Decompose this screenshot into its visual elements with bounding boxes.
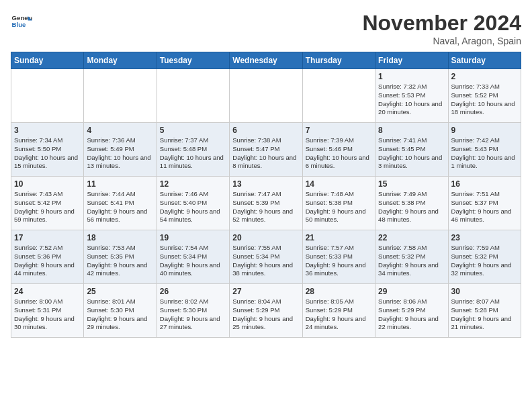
day-number: 20 bbox=[232, 233, 299, 242]
calendar-day-21: 21Sunrise: 7:57 AM Sunset: 5:33 PM Dayli… bbox=[302, 230, 375, 284]
day-number: 7 bbox=[306, 126, 372, 135]
day-number: 10 bbox=[14, 179, 81, 189]
calendar-day-13: 13Sunrise: 7:47 AM Sunset: 5:39 PM Dayli… bbox=[230, 177, 302, 230]
svg-text:Blue: Blue bbox=[12, 21, 26, 28]
day-info: Sunrise: 8:01 AM Sunset: 5:30 PM Dayligh… bbox=[87, 298, 153, 332]
day-info: Sunrise: 7:41 AM Sunset: 5:45 PM Dayligh… bbox=[378, 136, 445, 171]
calendar-day-8: 8Sunrise: 7:41 AM Sunset: 5:45 PM Daylig… bbox=[375, 123, 448, 177]
day-number: 11 bbox=[87, 179, 153, 189]
calendar-day-25: 25Sunrise: 8:01 AM Sunset: 5:30 PM Dayli… bbox=[84, 284, 157, 338]
calendar-day-10: 10Sunrise: 7:43 AM Sunset: 5:42 PM Dayli… bbox=[11, 177, 84, 230]
day-info: Sunrise: 7:49 AM Sunset: 5:38 PM Dayligh… bbox=[378, 190, 445, 224]
calendar-week-row: 10Sunrise: 7:43 AM Sunset: 5:42 PM Dayli… bbox=[11, 177, 521, 230]
day-number: 22 bbox=[378, 233, 445, 242]
day-info: Sunrise: 7:44 AM Sunset: 5:41 PM Dayligh… bbox=[87, 190, 153, 224]
page-header: General Blue November 2024 Naval, Aragon… bbox=[11, 11, 521, 46]
day-info: Sunrise: 7:51 AM Sunset: 5:37 PM Dayligh… bbox=[451, 190, 518, 224]
col-header-tuesday: Tuesday bbox=[157, 52, 229, 69]
day-number: 6 bbox=[232, 126, 299, 135]
day-info: Sunrise: 7:37 AM Sunset: 5:48 PM Dayligh… bbox=[160, 136, 226, 171]
calendar-week-row: 3Sunrise: 7:34 AM Sunset: 5:50 PM Daylig… bbox=[11, 123, 521, 177]
calendar-day-24: 24Sunrise: 8:00 AM Sunset: 5:31 PM Dayli… bbox=[11, 284, 84, 338]
calendar-day-23: 23Sunrise: 7:59 AM Sunset: 5:32 PM Dayli… bbox=[448, 230, 521, 284]
day-number: 24 bbox=[14, 287, 81, 296]
calendar-day-20: 20Sunrise: 7:55 AM Sunset: 5:34 PM Dayli… bbox=[230, 230, 302, 284]
day-info: Sunrise: 8:05 AM Sunset: 5:29 PM Dayligh… bbox=[306, 298, 372, 332]
calendar-day-19: 19Sunrise: 7:54 AM Sunset: 5:34 PM Dayli… bbox=[157, 230, 229, 284]
calendar-empty-cell bbox=[302, 69, 375, 123]
calendar-day-17: 17Sunrise: 7:52 AM Sunset: 5:36 PM Dayli… bbox=[11, 230, 84, 284]
calendar-day-18: 18Sunrise: 7:53 AM Sunset: 5:35 PM Dayli… bbox=[84, 230, 157, 284]
month-year-title: November 2024 bbox=[362, 11, 521, 36]
day-info: Sunrise: 7:59 AM Sunset: 5:32 PM Dayligh… bbox=[451, 244, 518, 278]
title-block: November 2024 Naval, Aragon, Spain bbox=[362, 11, 521, 46]
calendar-week-row: 1Sunrise: 7:32 AM Sunset: 5:53 PM Daylig… bbox=[11, 69, 521, 123]
day-number: 26 bbox=[160, 287, 226, 296]
calendar-day-22: 22Sunrise: 7:58 AM Sunset: 5:32 PM Dayli… bbox=[375, 230, 448, 284]
col-header-wednesday: Wednesday bbox=[230, 52, 302, 69]
calendar-day-1: 1Sunrise: 7:32 AM Sunset: 5:53 PM Daylig… bbox=[375, 69, 448, 123]
calendar-empty-cell bbox=[11, 69, 84, 123]
day-number: 27 bbox=[232, 287, 299, 296]
day-number: 13 bbox=[232, 179, 299, 189]
calendar-table: SundayMondayTuesdayWednesdayThursdayFrid… bbox=[11, 52, 521, 338]
day-info: Sunrise: 7:39 AM Sunset: 5:46 PM Dayligh… bbox=[306, 136, 372, 171]
calendar-day-4: 4Sunrise: 7:36 AM Sunset: 5:49 PM Daylig… bbox=[84, 123, 157, 177]
day-info: Sunrise: 8:06 AM Sunset: 5:29 PM Dayligh… bbox=[378, 298, 445, 332]
day-info: Sunrise: 8:04 AM Sunset: 5:29 PM Dayligh… bbox=[232, 298, 299, 332]
calendar-empty-cell bbox=[157, 69, 229, 123]
logo-icon: General Blue bbox=[11, 11, 32, 32]
day-info: Sunrise: 7:53 AM Sunset: 5:35 PM Dayligh… bbox=[87, 244, 153, 278]
day-number: 17 bbox=[14, 233, 81, 242]
location-subtitle: Naval, Aragon, Spain bbox=[362, 36, 521, 46]
day-number: 29 bbox=[378, 287, 445, 296]
day-info: Sunrise: 7:52 AM Sunset: 5:36 PM Dayligh… bbox=[14, 244, 81, 278]
calendar-day-14: 14Sunrise: 7:48 AM Sunset: 5:38 PM Dayli… bbox=[302, 177, 375, 230]
day-info: Sunrise: 8:00 AM Sunset: 5:31 PM Dayligh… bbox=[14, 298, 81, 332]
calendar-day-3: 3Sunrise: 7:34 AM Sunset: 5:50 PM Daylig… bbox=[11, 123, 84, 177]
calendar-day-30: 30Sunrise: 8:07 AM Sunset: 5:28 PM Dayli… bbox=[448, 284, 521, 338]
calendar-day-28: 28Sunrise: 8:05 AM Sunset: 5:29 PM Dayli… bbox=[302, 284, 375, 338]
day-number: 4 bbox=[87, 126, 153, 135]
day-number: 3 bbox=[14, 126, 81, 135]
day-number: 14 bbox=[306, 179, 372, 189]
calendar-day-12: 12Sunrise: 7:46 AM Sunset: 5:40 PM Dayli… bbox=[157, 177, 229, 230]
day-number: 9 bbox=[451, 126, 518, 135]
col-header-thursday: Thursday bbox=[302, 52, 375, 69]
day-number: 15 bbox=[378, 179, 445, 189]
calendar-day-7: 7Sunrise: 7:39 AM Sunset: 5:46 PM Daylig… bbox=[302, 123, 375, 177]
day-number: 19 bbox=[160, 233, 226, 242]
day-number: 21 bbox=[306, 233, 372, 242]
day-info: Sunrise: 7:34 AM Sunset: 5:50 PM Dayligh… bbox=[14, 136, 81, 171]
calendar-empty-cell bbox=[230, 69, 302, 123]
day-info: Sunrise: 7:46 AM Sunset: 5:40 PM Dayligh… bbox=[160, 190, 226, 224]
day-info: Sunrise: 7:36 AM Sunset: 5:49 PM Dayligh… bbox=[87, 136, 153, 171]
day-number: 23 bbox=[451, 233, 518, 242]
day-info: Sunrise: 7:57 AM Sunset: 5:33 PM Dayligh… bbox=[306, 244, 372, 278]
day-number: 12 bbox=[160, 179, 226, 189]
calendar-day-2: 2Sunrise: 7:33 AM Sunset: 5:52 PM Daylig… bbox=[448, 69, 521, 123]
day-info: Sunrise: 7:32 AM Sunset: 5:53 PM Dayligh… bbox=[378, 83, 445, 117]
calendar-empty-cell bbox=[84, 69, 157, 123]
day-number: 25 bbox=[87, 287, 153, 296]
col-header-friday: Friday bbox=[375, 52, 448, 69]
calendar-day-27: 27Sunrise: 8:04 AM Sunset: 5:29 PM Dayli… bbox=[230, 284, 302, 338]
calendar-day-29: 29Sunrise: 8:06 AM Sunset: 5:29 PM Dayli… bbox=[375, 284, 448, 338]
day-info: Sunrise: 7:54 AM Sunset: 5:34 PM Dayligh… bbox=[160, 244, 226, 278]
calendar-week-row: 24Sunrise: 8:00 AM Sunset: 5:31 PM Dayli… bbox=[11, 284, 521, 338]
day-info: Sunrise: 7:43 AM Sunset: 5:42 PM Dayligh… bbox=[14, 190, 81, 224]
logo: General Blue bbox=[11, 11, 32, 32]
calendar-day-6: 6Sunrise: 7:38 AM Sunset: 5:47 PM Daylig… bbox=[230, 123, 302, 177]
calendar-week-row: 17Sunrise: 7:52 AM Sunset: 5:36 PM Dayli… bbox=[11, 230, 521, 284]
day-info: Sunrise: 7:42 AM Sunset: 5:43 PM Dayligh… bbox=[451, 136, 518, 171]
calendar-day-11: 11Sunrise: 7:44 AM Sunset: 5:41 PM Dayli… bbox=[84, 177, 157, 230]
calendar-day-15: 15Sunrise: 7:49 AM Sunset: 5:38 PM Dayli… bbox=[375, 177, 448, 230]
day-number: 1 bbox=[378, 72, 445, 81]
day-number: 16 bbox=[451, 179, 518, 189]
day-info: Sunrise: 7:47 AM Sunset: 5:39 PM Dayligh… bbox=[232, 190, 299, 224]
day-info: Sunrise: 7:38 AM Sunset: 5:47 PM Dayligh… bbox=[232, 136, 299, 171]
day-number: 30 bbox=[451, 287, 518, 296]
day-info: Sunrise: 7:48 AM Sunset: 5:38 PM Dayligh… bbox=[306, 190, 372, 224]
calendar-day-5: 5Sunrise: 7:37 AM Sunset: 5:48 PM Daylig… bbox=[157, 123, 229, 177]
day-info: Sunrise: 7:33 AM Sunset: 5:52 PM Dayligh… bbox=[451, 83, 518, 117]
